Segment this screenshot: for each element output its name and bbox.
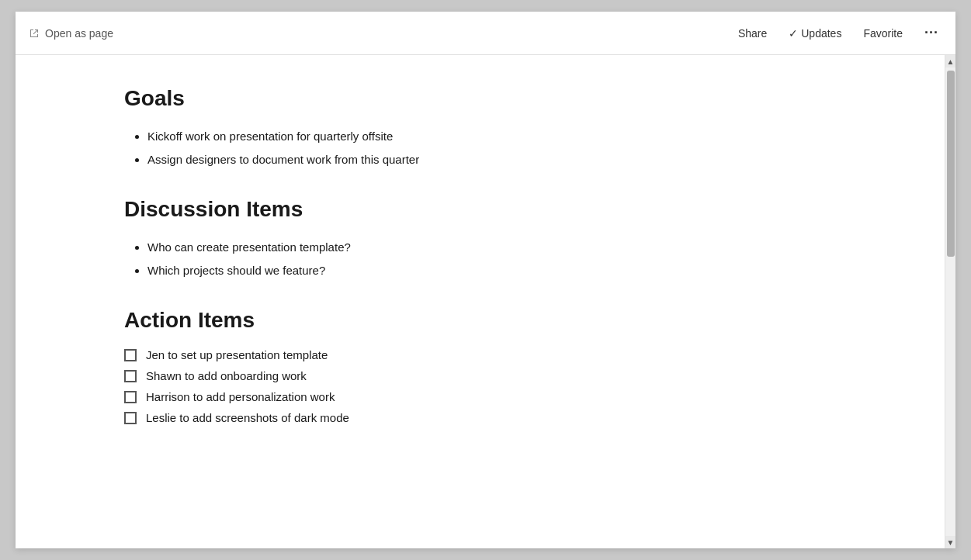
list-item: Assign designers to document work from t… [147, 150, 851, 170]
list-item: Leslie to add screenshots of dark mode [124, 411, 851, 424]
list-item: Harrison to add personalization work [124, 390, 851, 403]
scrollbar-up-arrow[interactable]: ▲ [945, 55, 956, 67]
open-as-page-label[interactable]: Open as page [45, 27, 113, 40]
favorite-button[interactable]: Favorite [858, 24, 907, 43]
list-item: Kickoff work on presentation for quarter… [147, 126, 851, 147]
checkbox-label: Harrison to add personalization work [146, 390, 335, 403]
page-container: Open as page Share ✓ Updates Favorite ··… [16, 12, 955, 548]
share-button[interactable]: Share [733, 24, 772, 43]
list-item: Shawn to add onboarding work [124, 369, 851, 382]
open-as-page-icon [28, 27, 40, 40]
updates-label: Updates [801, 27, 841, 40]
list-item: Who can create presentation template? [147, 237, 851, 258]
goals-section: Goals Kickoff work on presentation for q… [124, 86, 851, 169]
goals-list: Kickoff work on presentation for quarter… [124, 126, 851, 169]
discussion-section: Discussion Items Who can create presenta… [124, 197, 851, 280]
action-items-list: Jen to set up presentation template Shaw… [124, 348, 851, 424]
checkbox-label: Shawn to add onboarding work [146, 369, 307, 382]
checkbox-jen[interactable] [124, 349, 137, 361]
checkmark-icon: ✓ [789, 27, 798, 40]
scrollbar-down-arrow[interactable]: ▼ [945, 536, 956, 548]
favorite-label: Favorite [863, 27, 903, 40]
list-item: Which projects should we feature? [147, 261, 851, 281]
checkbox-label: Leslie to add screenshots of dark mode [146, 411, 349, 424]
checkbox-label: Jen to set up presentation template [146, 348, 328, 361]
discussion-title: Discussion Items [124, 197, 851, 222]
more-options-label: ··· [924, 25, 938, 41]
updates-button[interactable]: ✓ Updates [784, 24, 846, 43]
checkbox-shawn[interactable] [124, 370, 137, 382]
checkbox-leslie[interactable] [124, 412, 137, 424]
share-label: Share [738, 27, 767, 40]
action-items-section: Action Items Jen to set up presentation … [124, 308, 851, 424]
discussion-list: Who can create presentation template? Wh… [124, 237, 851, 280]
toolbar-left: Open as page [28, 27, 113, 40]
toolbar-right: Share ✓ Updates Favorite ··· [733, 22, 943, 44]
toolbar: Open as page Share ✓ Updates Favorite ··… [16, 12, 955, 55]
action-items-title: Action Items [124, 308, 851, 333]
content-area: Goals Kickoff work on presentation for q… [16, 55, 955, 548]
more-options-button[interactable]: ··· [920, 22, 943, 44]
scrollbar-thumb[interactable] [947, 71, 955, 257]
checkbox-harrison[interactable] [124, 391, 137, 403]
main-content: Goals Kickoff work on presentation for q… [16, 55, 945, 548]
list-item: Jen to set up presentation template [124, 348, 851, 361]
scrollbar-track: ▲ ▼ [945, 55, 955, 548]
goals-title: Goals [124, 86, 851, 111]
